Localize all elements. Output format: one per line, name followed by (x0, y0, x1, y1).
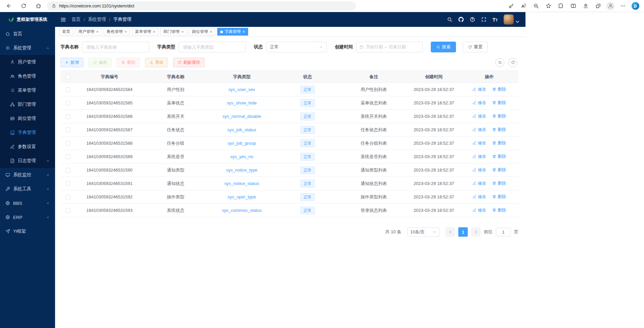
font-size-button[interactable]: TT (493, 17, 498, 22)
sidebar-item[interactable]: 部门管理 (0, 97, 55, 111)
back-button[interactable] (4, 1, 13, 11)
dict-type-link[interactable]: sys_show_hide (227, 100, 257, 105)
bing-chat-button[interactable]: b (631, 1, 640, 11)
row-checkbox[interactable] (66, 114, 71, 119)
dict-type-link[interactable]: sys_job_group (228, 141, 256, 146)
row-edit-button[interactable]: 修改 (472, 154, 486, 159)
row-delete-button[interactable]: 删除 (492, 127, 506, 133)
dict-type-link[interactable]: sys_notice_status (224, 181, 259, 186)
sidebar-item[interactable]: 日志管理 (0, 154, 55, 168)
date-range-picker[interactable]: 开始日期 - 结束日期 (356, 42, 423, 52)
sidebar-item[interactable]: 系统管理 (0, 41, 55, 55)
collections-button[interactable] (593, 1, 603, 11)
dict-name-input[interactable] (82, 42, 149, 52)
dict-type-link[interactable]: sys_user_sex (228, 87, 255, 92)
row-delete-button[interactable]: 删除 (492, 194, 506, 200)
breadcrumb-item[interactable]: 字典管理 (113, 16, 132, 22)
status-select[interactable]: 正常 (266, 42, 327, 52)
export-button[interactable]: 导出 (145, 58, 168, 67)
goto-page-input[interactable] (496, 228, 511, 236)
dict-type-link[interactable]: sys_common_status (222, 208, 262, 213)
row-edit-button[interactable]: 修改 (472, 167, 486, 173)
tab-item[interactable]: 用户管理× (75, 28, 102, 36)
extensions-button[interactable] (556, 1, 565, 11)
sidebar-item[interactable]: 角色管理 (0, 69, 55, 83)
sidebar-item[interactable]: 岗位管理 (0, 111, 55, 126)
row-delete-button[interactable]: 删除 (492, 87, 506, 92)
row-checkbox[interactable] (66, 128, 71, 132)
favorites-bar-button[interactable] (581, 1, 590, 11)
row-delete-button[interactable]: 删除 (492, 167, 506, 173)
row-delete-button[interactable]: 删除 (492, 154, 506, 159)
question-button[interactable] (470, 17, 475, 22)
tab-item[interactable]: 菜单管理× (132, 28, 158, 36)
refresh-button[interactable] (19, 1, 28, 11)
dict-type-link[interactable]: sys_oper_type (228, 194, 256, 199)
sidebar-item[interactable]: 菜单管理 (0, 83, 55, 97)
tab-close-icon[interactable]: × (181, 30, 184, 34)
row-edit-button[interactable]: 修改 (472, 100, 486, 106)
favorite-star-button[interactable] (544, 1, 553, 11)
table-search-toggle-button[interactable] (495, 58, 504, 67)
tab-close-icon[interactable]: × (153, 30, 155, 34)
row-edit-button[interactable]: 修改 (472, 87, 486, 92)
sidebar-item[interactable]: 首页 (0, 27, 55, 41)
dict-type-link[interactable]: sys_notice_type (226, 168, 257, 173)
row-edit-button[interactable]: 修改 (472, 140, 486, 146)
tab-close-icon[interactable]: × (210, 30, 212, 34)
tab-close-icon[interactable]: × (96, 30, 99, 34)
row-edit-button[interactable]: 修改 (472, 127, 486, 133)
sidebar-item[interactable]: BBS (0, 196, 55, 210)
row-checkbox[interactable] (66, 141, 71, 146)
delete-button[interactable]: 删除 (117, 58, 140, 67)
tab-item[interactable]: 部门管理× (160, 28, 187, 36)
sidebar-item[interactable]: 系统监控 (0, 168, 55, 182)
row-checkbox[interactable] (66, 87, 71, 92)
row-delete-button[interactable]: 删除 (492, 113, 506, 119)
zoom-out-button[interactable] (531, 1, 541, 11)
row-delete-button[interactable]: 删除 (492, 140, 506, 146)
row-checkbox[interactable] (66, 168, 71, 173)
row-delete-button[interactable]: 删除 (492, 207, 506, 213)
row-checkbox[interactable] (66, 181, 71, 186)
sidebar-item[interactable]: Yi框架 (0, 224, 55, 238)
table-refresh-button[interactable] (508, 58, 517, 67)
address-bar[interactable]: https://ccnetcore.com:1101/system/dict (47, 1, 356, 10)
tab-item[interactable]: 岗位管理× (189, 28, 215, 36)
select-all-checkbox[interactable] (66, 75, 71, 79)
reset-button[interactable]: 重置 (463, 42, 488, 52)
row-edit-button[interactable]: 修改 (472, 181, 486, 186)
prev-page-button[interactable] (446, 227, 455, 237)
dict-type-input[interactable] (179, 42, 246, 52)
user-avatar-button[interactable] (504, 14, 520, 25)
dict-type-link[interactable]: sys_yes_no (230, 154, 254, 159)
add-button[interactable]: 新增 (60, 58, 83, 67)
dict-type-link[interactable]: sys_job_status (227, 127, 256, 132)
browser-profile-button[interactable] (606, 1, 615, 11)
row-delete-button[interactable]: 删除 (492, 181, 506, 186)
tab-item[interactable]: 首页 (59, 28, 73, 36)
row-checkbox[interactable] (66, 154, 71, 159)
github-button[interactable] (458, 17, 464, 22)
sidebar-item[interactable]: 参数设置 (0, 140, 55, 154)
sidebar-item[interactable]: 用户管理 (0, 55, 55, 69)
tab-close-icon[interactable]: × (125, 30, 127, 34)
key-button[interactable] (506, 1, 516, 11)
row-delete-button[interactable]: 删除 (492, 100, 506, 106)
tab-close-icon[interactable]: × (242, 30, 245, 34)
breadcrumb-item[interactable]: 首页 (72, 16, 81, 22)
read-aloud-button[interactable]: A) (519, 1, 528, 11)
tab-item[interactable]: 字典管理× (217, 28, 248, 36)
row-checkbox[interactable] (66, 101, 71, 105)
page-size-select[interactable]: 10条/页 (407, 227, 440, 237)
tab-item[interactable]: 角色管理× (104, 28, 130, 36)
sidebar-toggle-button[interactable] (60, 17, 66, 22)
fullscreen-button[interactable] (481, 17, 487, 22)
sidebar-item[interactable]: ERP (0, 210, 55, 224)
page-number-button[interactable]: 1 (458, 227, 468, 237)
split-screen-button[interactable] (568, 1, 578, 11)
home-button[interactable] (34, 1, 43, 11)
edit-button[interactable]: 修改 (89, 58, 111, 67)
row-edit-button[interactable]: 修改 (472, 207, 486, 213)
row-checkbox[interactable] (66, 208, 71, 213)
